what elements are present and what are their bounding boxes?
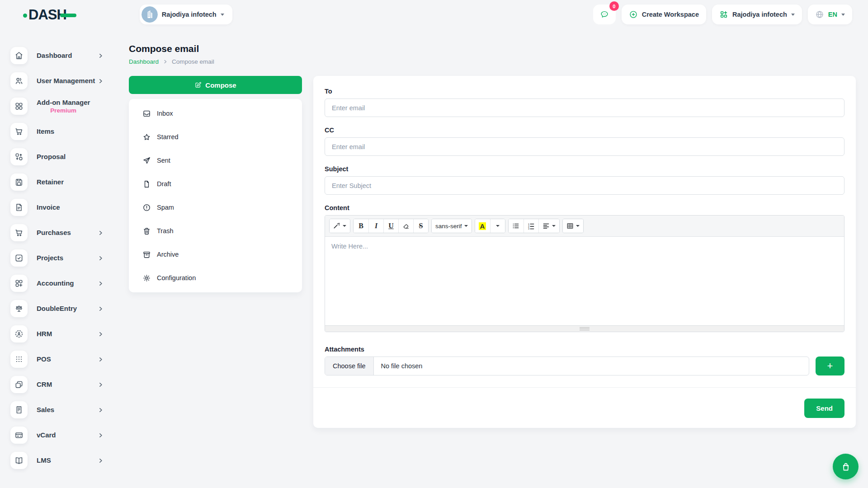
choose-file-button[interactable]: Choose file <box>325 357 374 375</box>
plus-circle-icon <box>629 10 638 19</box>
sidebar-item-hrm[interactable]: HRM <box>10 321 120 347</box>
table-dropdown[interactable] <box>563 219 583 233</box>
chevron-right-icon <box>98 357 104 362</box>
sidebar-item-dashboard[interactable]: Dashboard <box>10 43 120 68</box>
mail-folder-archive[interactable]: Archive <box>129 243 302 266</box>
to-input[interactable] <box>325 99 844 117</box>
chevron-right-icon <box>98 432 104 438</box>
align-icon <box>542 222 550 230</box>
chevron-right-icon <box>98 53 104 59</box>
star-icon <box>142 133 151 141</box>
sidebar-item-proposal[interactable]: Proposal <box>10 144 120 169</box>
vcard-icon <box>14 431 24 440</box>
messages-button[interactable]: 0 <box>593 5 616 24</box>
clear-format-button[interactable] <box>398 219 413 233</box>
sidebar-item-vcard[interactable]: vCard <box>10 422 120 448</box>
shop-fab-button[interactable] <box>833 454 859 479</box>
mail-folder-trash[interactable]: Trash <box>129 219 302 243</box>
accounting-icon <box>14 279 24 288</box>
mail-folder-sent[interactable]: Sent <box>129 149 302 172</box>
italic-button[interactable]: I <box>368 219 383 233</box>
workspace-avatar <box>142 6 158 23</box>
chevron-right-icon <box>163 59 168 64</box>
compose-pencil-icon <box>194 81 202 89</box>
draft-icon <box>142 180 151 188</box>
editor-placeholder: Write Here... <box>331 243 368 250</box>
sidebar-item-doubleentry[interactable]: DoubleEntry <box>10 296 120 321</box>
mail-folder-starred[interactable]: Starred <box>129 125 302 149</box>
sidebar-item-items[interactable]: Items <box>10 119 120 144</box>
sidebar-item-projects[interactable]: Projects <box>10 245 120 271</box>
caret-down-icon <box>552 225 556 227</box>
mail-folder-draft[interactable]: Draft <box>129 172 302 196</box>
unordered-list-button[interactable] <box>509 219 524 233</box>
hrm-icon <box>14 329 24 338</box>
sidebar-item-accounting[interactable]: Accounting <box>10 271 120 296</box>
page-title: Compose email <box>129 43 856 54</box>
breadcrumb-dashboard-link[interactable]: Dashboard <box>129 58 159 65</box>
chevron-right-icon <box>98 331 104 337</box>
strikethrough-button[interactable]: S <box>413 219 428 233</box>
sidebar: Dashboard User Management Add-on Manager… <box>0 26 120 488</box>
font-color-button[interactable]: A <box>475 219 490 233</box>
sidebar-item-user-management[interactable]: User Management <box>10 68 120 94</box>
archive-icon <box>142 250 151 259</box>
retainer-icon <box>14 178 24 187</box>
chat-icon <box>600 10 609 19</box>
mail-folder-inbox[interactable]: Inbox <box>129 102 302 125</box>
compose-button[interactable]: Compose <box>129 76 302 94</box>
mail-folder-configuration[interactable]: Configuration <box>129 266 302 290</box>
sales-icon <box>14 405 24 414</box>
sidebar-item-crm[interactable]: CRM <box>10 372 120 397</box>
sidebar-item-purchases[interactable]: Purchases <box>10 220 120 245</box>
table-icon <box>566 222 574 230</box>
underline-button[interactable]: U <box>383 219 398 233</box>
sidebar-item-lms[interactable]: LMS <box>10 448 120 473</box>
chevron-down-icon <box>791 14 795 16</box>
dash-logo[interactable]: DASH <box>25 7 76 23</box>
editor-toolbar: B I U S <box>325 216 844 237</box>
workspace-selector[interactable]: Rajodiya infotech <box>140 5 232 24</box>
content-label: Content <box>325 204 844 211</box>
ordered-list-button[interactable]: 1 2 3 <box>524 219 538 233</box>
sidebar-item-retainer[interactable]: Retainer <box>10 169 120 195</box>
grip-icon <box>580 327 590 330</box>
purchases-icon <box>14 228 24 237</box>
chevron-right-icon <box>98 281 104 286</box>
subject-input[interactable] <box>325 176 844 195</box>
mailbox-sidebar: Compose Inbox Starred Sent <box>129 76 302 292</box>
sidebar-item-invoice[interactable]: Invoice <box>10 195 120 220</box>
create-workspace-button[interactable]: Create Workspace <box>622 5 706 24</box>
editor-resize-handle[interactable] <box>325 325 844 332</box>
sidebar-item-pos[interactable]: POS <box>10 347 120 372</box>
add-attachment-button[interactable]: + <box>816 357 844 375</box>
send-button[interactable]: Send <box>804 399 844 418</box>
caret-down-icon <box>496 225 500 227</box>
cart-icon <box>14 127 24 136</box>
attachment-file-input[interactable]: Choose file No file chosen <box>325 357 809 375</box>
bold-button[interactable]: B <box>354 219 368 233</box>
building-icon <box>142 6 158 23</box>
chevron-right-icon <box>98 230 104 236</box>
caret-down-icon <box>576 225 580 227</box>
breadcrumb: Dashboard Compose email <box>129 58 856 65</box>
color-swatch-icon: A <box>479 222 486 230</box>
proposal-icon <box>14 152 24 161</box>
svg-text:3: 3 <box>528 227 529 230</box>
trash-icon <box>142 227 151 235</box>
paragraph-align-dropdown[interactable] <box>538 219 559 233</box>
style-dropdown-button[interactable] <box>330 219 350 233</box>
editor-text-area[interactable]: Write Here... <box>325 237 844 325</box>
company-selector[interactable]: Rajodiya infotech <box>712 5 802 24</box>
language-selector[interactable]: EN <box>808 5 852 24</box>
logo-bar <box>60 14 76 17</box>
font-color-dropdown[interactable] <box>490 219 505 233</box>
main-content: Compose email Dashboard Compose email Co… <box>120 26 868 488</box>
sidebar-item-add-on-manager[interactable]: Add-on Manager Premium <box>10 94 120 119</box>
users-icon <box>14 76 24 85</box>
sidebar-item-sales[interactable]: Sales <box>10 397 120 422</box>
cc-input[interactable] <box>325 137 844 156</box>
font-family-dropdown[interactable]: sans-serif <box>432 219 472 233</box>
create-workspace-label: Create Workspace <box>642 11 699 18</box>
mail-folder-spam[interactable]: Spam <box>129 196 302 219</box>
